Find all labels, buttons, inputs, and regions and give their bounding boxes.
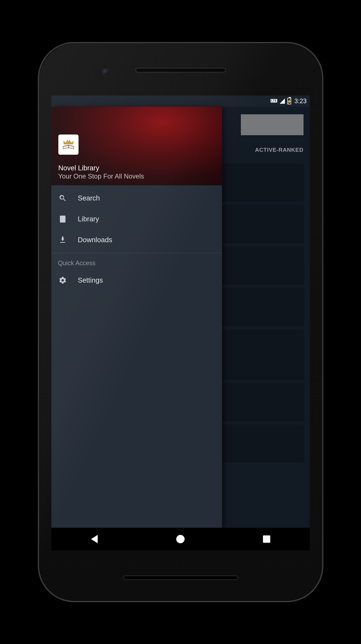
drawer-section-label: Quick Access <box>51 255 222 270</box>
drawer-list: Search Library Downloads Quick Access <box>51 185 222 291</box>
network-badge: LTE <box>271 99 277 102</box>
clock: 3:23 <box>294 98 306 105</box>
android-navbar <box>51 528 310 550</box>
screen: LTE ⚡ 3:23 ACTIVE-RANKED ai Kyusoukyok… <box>51 96 310 550</box>
book-crown-icon <box>61 137 76 152</box>
nav-drawer: Novel Library Your One Stop For All Nove… <box>51 107 222 528</box>
recents-button[interactable] <box>261 534 272 544</box>
battery-charging-icon: ⚡ <box>287 98 291 104</box>
drawer-item-downloads[interactable]: Downloads <box>51 230 222 250</box>
app-icon <box>58 134 79 155</box>
home-button[interactable] <box>175 534 186 544</box>
phone-frame: LTE ⚡ 3:23 ACTIVE-RANKED ai Kyusoukyok… <box>38 42 323 602</box>
volume-rocker[interactable] <box>322 322 323 396</box>
bookmark-icon <box>58 215 67 223</box>
gear-icon <box>58 276 67 284</box>
drawer-item-label: Search <box>78 194 100 202</box>
status-bar: LTE ⚡ 3:23 <box>51 96 310 107</box>
back-icon <box>91 535 98 543</box>
app-tagline: Your One Stop For All Novels <box>58 172 215 180</box>
drawer-header: Novel Library Your One Stop For All Nove… <box>51 107 222 185</box>
front-camera <box>102 68 110 76</box>
drawer-item-library[interactable]: Library <box>51 209 222 230</box>
drawer-item-label: Library <box>78 215 99 223</box>
drawer-item-search[interactable]: Search <box>51 188 222 209</box>
earpiece-speaker <box>135 68 226 72</box>
drawer-item-label: Downloads <box>78 236 112 244</box>
tab-active-ranked[interactable]: ACTIVE-RANKED <box>255 147 303 153</box>
search-icon <box>58 194 67 202</box>
search-input[interactable] <box>241 114 303 135</box>
chin-speaker <box>123 576 238 580</box>
drawer-item-settings[interactable]: Settings <box>51 270 222 291</box>
divider <box>51 253 222 253</box>
home-icon <box>176 535 185 543</box>
power-button[interactable] <box>322 268 323 310</box>
back-button[interactable] <box>89 534 100 544</box>
drawer-item-label: Settings <box>78 276 103 284</box>
signal-icon <box>280 98 285 104</box>
recents-icon <box>263 536 270 543</box>
app-title: Novel Library <box>58 164 215 172</box>
download-icon <box>58 236 67 244</box>
